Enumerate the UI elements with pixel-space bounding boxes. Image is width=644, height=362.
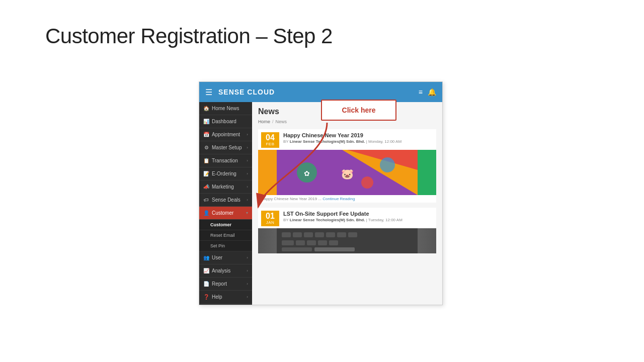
article2-image — [258, 228, 436, 253]
submenu-item-set-pin[interactable]: Set Pin — [199, 241, 252, 251]
list-icon[interactable]: ≡ — [419, 88, 423, 96]
article1-day: 04 — [262, 134, 278, 142]
article2-headline: LST On-Site Support Fee Update — [283, 211, 433, 217]
article1-meta: Happy Chinese New Year 2019 BY Linear Se… — [283, 132, 433, 144]
sidebar-item-dashboard[interactable]: 📊 Dashboard — [199, 115, 252, 128]
svg-rect-12 — [315, 232, 324, 237]
svg-point-6 — [361, 176, 373, 189]
sidebar-label-help: Help — [212, 294, 244, 300]
svg-rect-20 — [329, 240, 338, 245]
news-card-2: 01 JAN LST On-Site Support Fee Update BY… — [258, 208, 436, 253]
article1-byline-prefix: BY — [283, 139, 289, 144]
chevron-appointment: › — [247, 132, 248, 137]
click-here-annotation[interactable]: Click here — [321, 100, 396, 121]
sidebar-item-user[interactable]: 👥 User › — [199, 251, 252, 264]
breadcrumb-separator: / — [272, 119, 274, 124]
transaction-icon: 📋 — [203, 158, 209, 163]
page-title: Customer Registration – Step 2 — [45, 24, 333, 48]
article1-month: FEB — [262, 142, 278, 146]
sidebar-item-marketing[interactable]: 📣 Marketing › — [199, 180, 252, 194]
article2-meta: LST On-Site Support Fee Update BY Linear… — [283, 211, 433, 222]
svg-rect-9 — [282, 232, 291, 237]
chevron-help: › — [247, 295, 248, 299]
master-setup-icon: ⚙ — [203, 145, 209, 150]
sidebar-label-user: User — [212, 255, 244, 260]
svg-rect-16 — [282, 240, 294, 245]
sidebar-item-transaction[interactable]: 📋 Transaction › — [199, 154, 252, 167]
navbar-icons: ≡ 🔔 — [419, 88, 436, 96]
sidebar-label-master-setup: Master Setup — [212, 145, 244, 150]
date-badge-1: 04 FEB — [261, 132, 279, 148]
article2-month: JAN — [262, 220, 278, 225]
article1-datetime: | Monday, 12:00 AM — [366, 139, 401, 144]
sidebar-label-report: Report — [212, 281, 244, 287]
article1-author: Linear Sense Techologies(M) Sdn. Bhd. — [290, 139, 365, 144]
navbar-brand: SENSE CLOUD — [218, 88, 413, 96]
sidebar-label-appointment: Appointment — [212, 132, 244, 137]
sense-deals-icon: 🏷 — [203, 197, 209, 203]
svg-text:🐷: 🐷 — [341, 168, 354, 180]
article1-continue-link[interactable]: Continue Reading — [323, 197, 355, 201]
sidebar-label-marketing: Marketing — [212, 184, 244, 190]
svg-rect-10 — [293, 232, 302, 237]
date-badge-2: 01 JAN — [261, 211, 279, 226]
breadcrumb-home[interactable]: Home — [258, 119, 270, 124]
svg-rect-15 — [348, 232, 357, 237]
customer-submenu: Customer Reset Email Set Pin — [199, 220, 252, 251]
sidebar-label-customer: Customer — [212, 210, 244, 216]
help-icon: ❓ — [203, 294, 209, 300]
svg-rect-19 — [318, 240, 327, 245]
sidebar-item-e-ordering[interactable]: 📝 E-Ordering › — [199, 167, 252, 180]
submenu-item-customer[interactable]: Customer — [199, 220, 252, 230]
sidebar-item-sense-deals[interactable]: 🏷 Sense Deals › — [199, 194, 252, 207]
analysis-icon: 📈 — [203, 268, 209, 274]
user-icon: 👥 — [203, 255, 209, 260]
svg-point-4 — [380, 157, 395, 172]
chevron-e-ordering: › — [247, 171, 248, 176]
sidebar-item-appointment[interactable]: 📅 Appointment › — [199, 128, 252, 141]
sidebar-item-analysis[interactable]: 📈 Analysis › — [199, 264, 252, 278]
dashboard-icon: 📊 — [203, 119, 209, 124]
appointment-icon: 📅 — [203, 132, 209, 137]
chevron-master-setup: › — [247, 145, 248, 150]
sidebar-label-transaction: Transaction — [212, 158, 244, 163]
news-card-1: 04 FEB Happy Chinese New Year 2019 BY Li… — [258, 129, 436, 203]
svg-rect-13 — [326, 232, 335, 237]
sidebar-item-home-news[interactable]: 🏠 Home News — [199, 102, 252, 115]
submenu-item-reset-email[interactable]: Reset Email — [199, 230, 252, 241]
sidebar-item-help[interactable]: ❓ Help › — [199, 291, 252, 304]
sidebar: 🏠 Home News 📊 Dashboard 📅 Appointment › … — [199, 102, 252, 305]
svg-rect-22 — [314, 247, 355, 251]
article2-byline: BY Linear Sense Techologies(M) Sdn. Bhd.… — [283, 218, 433, 222]
chevron-sense-deals: › — [247, 198, 248, 202]
chevron-customer: ▾ — [246, 211, 248, 215]
chevron-transaction: › — [247, 158, 248, 163]
bell-icon[interactable]: 🔔 — [428, 88, 436, 96]
hamburger-icon[interactable]: ☰ — [205, 87, 212, 97]
chevron-marketing: › — [247, 185, 248, 189]
home-icon: 🏠 — [203, 106, 209, 111]
sidebar-label-analysis: Analysis — [212, 268, 244, 274]
svg-rect-17 — [296, 240, 305, 245]
report-icon: 📄 — [203, 281, 209, 287]
svg-rect-21 — [282, 247, 312, 251]
article1-footer: Happy Chinese New Year 2019 ... Continue… — [258, 195, 436, 203]
customer-icon: 👤 — [203, 210, 209, 216]
article1-image: 🐷 ✿ — [258, 150, 436, 195]
navbar: ☰ SENSE CLOUD ≡ 🔔 — [199, 82, 442, 102]
sidebar-item-customer[interactable]: 👤 Customer ▾ — [199, 207, 252, 220]
sidebar-item-report[interactable]: 📄 Report › — [199, 278, 252, 291]
svg-rect-18 — [307, 240, 316, 245]
sidebar-label-e-ordering: E-Ordering — [212, 171, 244, 176]
article2-byline-prefix: BY — [283, 218, 289, 222]
click-here-label: Click here — [342, 106, 376, 114]
main-content: News Home / News 04 FEB Happy Chinese Ne… — [252, 102, 442, 305]
article1-byline: BY Linear Sense Techologies(M) Sdn. Bhd.… — [283, 139, 433, 144]
sidebar-label-sense-deals: Sense Deals — [212, 197, 244, 203]
article2-author: Linear Sense Techologies(M) Sdn. Bhd. — [290, 218, 365, 222]
e-ordering-icon: 📝 — [203, 171, 209, 176]
article2-day: 01 — [262, 212, 278, 220]
layout: 🏠 Home News 📊 Dashboard 📅 Appointment › … — [199, 102, 442, 305]
sidebar-label-dashboard: Dashboard — [212, 119, 248, 124]
sidebar-item-master-setup[interactable]: ⚙ Master Setup › — [199, 141, 252, 154]
